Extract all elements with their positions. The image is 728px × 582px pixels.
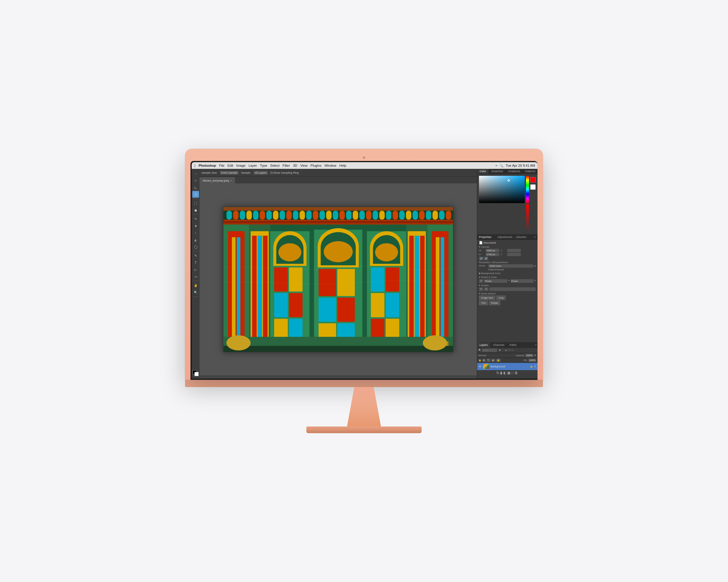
fg-color-box[interactable] bbox=[530, 177, 536, 183]
layer-settings-btn[interactable]: ⚙ bbox=[534, 365, 536, 368]
ps-canvas-area[interactable] bbox=[200, 184, 477, 376]
delete-layer-btn[interactable]: 🗑 bbox=[515, 371, 518, 375]
add-fx-btn[interactable]: fx bbox=[497, 371, 499, 375]
guides-section[interactable]: Guides bbox=[479, 284, 536, 287]
canvas-width-input[interactable] bbox=[486, 249, 499, 252]
background-color-swatch[interactable] bbox=[194, 372, 199, 376]
tool-pen[interactable]: ✎ bbox=[192, 252, 199, 259]
sample-size-dropdown[interactable]: Point Sample bbox=[220, 171, 239, 175]
canvas-x-input[interactable] bbox=[507, 249, 521, 252]
tab-adjustments[interactable]: Adjustments bbox=[497, 235, 515, 239]
menu-image[interactable]: Image bbox=[236, 164, 246, 167]
lock-transparent-btn[interactable]: ■ bbox=[482, 359, 486, 362]
show-ring-checkbox[interactable] bbox=[270, 172, 273, 174]
tool-clone[interactable]: ★ bbox=[192, 222, 199, 229]
search-icon[interactable]: 🔍 bbox=[500, 164, 503, 167]
mode-dropdown[interactable]: RGB Color bbox=[488, 264, 533, 268]
menu-edit[interactable]: Edit bbox=[228, 164, 233, 167]
tab-swatches[interactable]: Swatches bbox=[489, 169, 506, 174]
tool-eraser[interactable]: ▫ bbox=[192, 229, 199, 236]
tool-selection[interactable]: □ bbox=[192, 177, 199, 184]
image-size-btn[interactable]: Image Size bbox=[479, 296, 495, 300]
canvas-section[interactable]: Canvas bbox=[479, 246, 536, 248]
link-wh-btn[interactable]: 🔗 bbox=[479, 257, 483, 260]
alpha-slider[interactable] bbox=[526, 204, 529, 231]
ps-file-tab[interactable]: Vibrant_entryway.jpeg × bbox=[200, 177, 235, 184]
tool-crop[interactable]: ⛶ bbox=[192, 200, 199, 206]
menu-view[interactable]: View bbox=[300, 164, 308, 167]
grid-unit-input[interactable] bbox=[511, 279, 534, 283]
sample-dropdown[interactable]: All Layers bbox=[254, 171, 268, 175]
layers-menu-btn[interactable]: ≡ bbox=[534, 342, 538, 348]
svg-rect-28 bbox=[392, 211, 398, 220]
rulers-section[interactable]: Rulers & Grids bbox=[479, 276, 536, 279]
canvas-height-input[interactable] bbox=[486, 253, 499, 256]
trim-btn[interactable]: Trim bbox=[479, 301, 488, 305]
tool-shape[interactable]: ▭ bbox=[192, 273, 199, 280]
tab-patterns[interactable]: Patterns bbox=[523, 169, 538, 174]
tool-lasso[interactable]: ◺ bbox=[192, 184, 199, 191]
tool-hand[interactable]: ✌ bbox=[192, 282, 199, 288]
canvas-y-input[interactable] bbox=[507, 253, 521, 256]
bg-color-box[interactable] bbox=[530, 184, 536, 190]
guide-icon-2[interactable]: ✏ bbox=[484, 287, 488, 291]
tool-brush[interactable]: ✎ bbox=[192, 216, 199, 222]
svg-point-67 bbox=[324, 241, 353, 262]
menu-filter[interactable]: Filter bbox=[282, 164, 290, 167]
menu-3d[interactable]: 3D bbox=[293, 164, 297, 167]
tool-type[interactable]: T bbox=[192, 259, 199, 266]
menu-window[interactable]: Window bbox=[324, 164, 336, 167]
tab-paths[interactable]: Paths bbox=[507, 342, 519, 348]
layers-search-input[interactable] bbox=[482, 349, 497, 352]
tool-eyedropper[interactable]: ⚲ bbox=[192, 191, 199, 198]
layer-background[interactable]: 👁 Background 🔒 ⚙ bbox=[477, 363, 538, 370]
layer-eye-icon[interactable]: 👁 bbox=[478, 365, 482, 368]
tab-properties[interactable]: Properties bbox=[479, 235, 496, 239]
layers-filter-type-btn[interactable]: ▼ bbox=[498, 348, 502, 352]
opacity-value[interactable]: 100% bbox=[525, 354, 533, 357]
apple-menu-icon[interactable]:  bbox=[194, 163, 196, 168]
panel-menu-btn[interactable]: ≡ bbox=[534, 235, 536, 239]
tab-channels[interactable]: Channels bbox=[491, 342, 507, 348]
tool-path[interactable]: ▷ bbox=[192, 266, 199, 273]
tool-move[interactable]: → bbox=[192, 170, 199, 177]
ps-scroll-bar[interactable] bbox=[200, 376, 477, 379]
layers-panel: Layers Channels Paths ≡ 🔍 ▼ ○ ■ T ✎ ≡ bbox=[477, 342, 538, 379]
color-saturation-brightness[interactable] bbox=[479, 176, 525, 203]
menu-file[interactable]: File bbox=[219, 164, 225, 167]
menu-select[interactable]: Select bbox=[270, 164, 280, 167]
fg-bg-color-swatches[interactable] bbox=[192, 370, 199, 376]
rotate-btn[interactable]: Rotate bbox=[489, 301, 500, 305]
add-mask-btn[interactable]: ▮ bbox=[500, 371, 502, 375]
guide-input[interactable] bbox=[489, 287, 536, 291]
menu-layer[interactable]: Layer bbox=[249, 164, 257, 167]
lock-all-btn[interactable]: 🔒 bbox=[496, 359, 501, 362]
menu-type[interactable]: Type bbox=[260, 164, 267, 167]
tab-gradients[interactable]: Gradients bbox=[506, 169, 523, 174]
menu-plugins[interactable]: Plugins bbox=[311, 164, 321, 167]
add-adjustment-btn[interactable]: ◐ bbox=[503, 371, 506, 375]
app-name-menu[interactable]: Photoshop bbox=[199, 164, 216, 167]
tool-patch[interactable]: ◼ bbox=[192, 207, 199, 213]
tab-layers[interactable]: Layers bbox=[477, 342, 491, 348]
hue-slider[interactable] bbox=[526, 176, 529, 203]
fill-value[interactable]: 100% bbox=[528, 359, 536, 362]
quick-actions-section[interactable]: Quick Actions bbox=[479, 292, 536, 295]
close-tab-icon[interactable]: × bbox=[230, 179, 232, 182]
ruler-icon[interactable]: ✏ bbox=[479, 279, 483, 283]
lock-position-btn[interactable]: ▶ bbox=[491, 359, 495, 362]
tool-zoom[interactable]: 🔍 bbox=[192, 289, 199, 296]
tab-libraries[interactable]: Libraries bbox=[516, 235, 533, 239]
add-group-btn[interactable]: ▣ bbox=[507, 371, 511, 375]
tool-gradient[interactable]: ◭ bbox=[192, 237, 199, 243]
ruler-unit-input[interactable] bbox=[484, 279, 508, 283]
link-xy-btn[interactable]: 🔗 bbox=[484, 257, 488, 260]
show-ring-option[interactable]: Show Sampling Ring bbox=[270, 171, 299, 174]
menu-help[interactable]: Help bbox=[339, 164, 346, 167]
guide-icon-1[interactable]: ✏ bbox=[479, 287, 483, 291]
add-layer-btn[interactable]: □ bbox=[512, 371, 514, 375]
crop-btn[interactable]: Crop bbox=[496, 296, 506, 300]
lock-image-btn[interactable]: ✎ bbox=[487, 359, 491, 362]
tool-dodge[interactable]: ◯ bbox=[192, 243, 199, 250]
tab-color[interactable]: Color bbox=[477, 169, 489, 174]
